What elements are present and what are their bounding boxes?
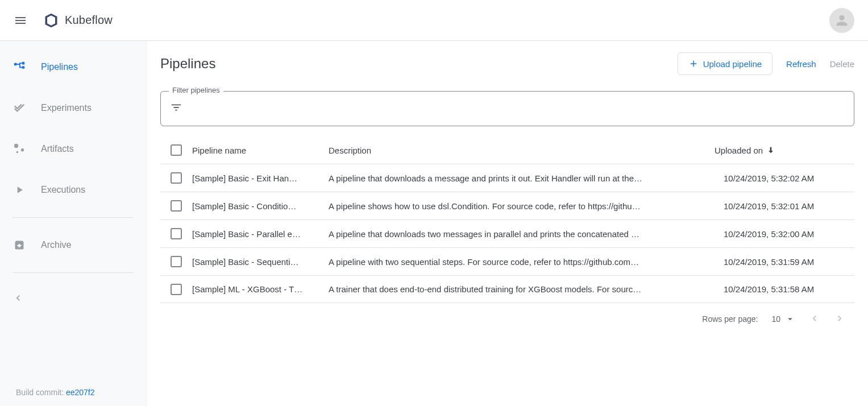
svg-rect-2 <box>22 66 25 69</box>
pipeline-name-cell[interactable]: [Sample] Basic - Parallel e… <box>192 229 329 239</box>
menu-button[interactable] <box>9 9 32 32</box>
table-body[interactable]: [Sample] Basic - Exit Han…A pipeline tha… <box>160 164 854 303</box>
refresh-button[interactable]: Refresh <box>786 59 816 69</box>
svg-rect-0 <box>14 63 17 66</box>
sidebar-item-executions[interactable]: Executions <box>0 176 146 204</box>
pipeline-desc-cell: A pipeline that downloads a message and … <box>329 173 724 183</box>
executions-icon <box>13 183 26 197</box>
svg-point-3 <box>14 144 18 148</box>
chevron-left-icon <box>13 292 24 304</box>
svg-point-5 <box>16 151 19 154</box>
dropdown-icon <box>785 314 795 324</box>
nav-divider <box>13 217 134 218</box>
rows-per-page-label: Rows per page: <box>702 314 758 324</box>
table-header: Pipeline name Description Uploaded on <box>160 136 854 164</box>
sidebar-item-experiments[interactable]: Experiments <box>0 94 146 122</box>
sidebar-item-artifacts[interactable]: Artifacts <box>0 135 146 163</box>
row-checkbox[interactable] <box>171 172 182 184</box>
filter-icon <box>170 101 182 116</box>
hamburger-icon <box>14 14 27 27</box>
sort-descending-icon <box>766 146 775 155</box>
toolbar: Pipelines Upload pipeline Refresh Delete <box>160 41 854 86</box>
filter-input[interactable] <box>189 104 845 114</box>
sidebar-item-label: Artifacts <box>41 144 74 154</box>
pipeline-name-cell[interactable]: [Sample] Basic - Conditio… <box>192 201 329 211</box>
logo[interactable]: Kubeflow <box>43 13 113 28</box>
filter-box[interactable]: Filter pipelines <box>160 91 854 126</box>
col-header-uploaded-label: Uploaded on <box>715 146 763 155</box>
chevron-left-icon <box>809 313 820 324</box>
rows-per-page-value: 10 <box>771 314 780 324</box>
pipeline-desc-cell: A pipeline that downloads two messages i… <box>329 229 724 239</box>
pipeline-date-cell: 10/24/2019, 5:31:58 AM <box>724 284 854 294</box>
select-all-checkbox[interactable] <box>171 144 182 156</box>
pipeline-desc-cell: A pipeline with two sequential steps. Fo… <box>329 257 724 267</box>
table-row[interactable]: [Sample] Basic - Sequenti…A pipeline wit… <box>160 247 854 275</box>
page-title: Pipelines <box>160 56 215 72</box>
pipelines-icon <box>13 60 26 74</box>
row-checkbox[interactable] <box>171 284 182 295</box>
next-page-button[interactable] <box>834 313 845 326</box>
sidebar-item-label: Executions <box>41 185 85 195</box>
build-commit-link[interactable]: ee207f2 <box>66 388 95 397</box>
sidebar-item-label: Archive <box>41 240 71 250</box>
row-checkbox[interactable] <box>171 256 182 267</box>
pipeline-name-cell[interactable]: [Sample] ML - XGBoost - T… <box>192 284 329 294</box>
nav-divider <box>13 272 134 273</box>
table-row[interactable]: [Sample] ML - XGBoost - T…A trainer that… <box>160 275 854 303</box>
build-commit: Build commit: ee207f2 <box>16 388 95 397</box>
pipeline-date-cell: 10/24/2019, 5:32:01 AM <box>724 201 854 211</box>
filter-label: Filter pipelines <box>169 86 223 94</box>
collapse-sidebar-button[interactable] <box>0 287 146 309</box>
svg-point-4 <box>21 148 24 152</box>
upload-pipeline-button[interactable]: Upload pipeline <box>678 52 773 75</box>
build-commit-prefix: Build commit: <box>16 388 66 397</box>
row-checkbox[interactable] <box>171 228 182 239</box>
user-avatar[interactable] <box>829 8 854 33</box>
row-checkbox[interactable] <box>171 200 182 212</box>
table-row[interactable]: [Sample] Basic - Parallel e…A pipeline t… <box>160 219 854 247</box>
col-header-uploaded[interactable]: Uploaded on <box>715 146 845 155</box>
chevron-right-icon <box>834 313 845 324</box>
main-content: Pipelines Upload pipeline Refresh Delete… <box>147 41 868 406</box>
pipeline-name-cell[interactable]: [Sample] Basic - Sequenti… <box>192 257 329 267</box>
header: Kubeflow <box>0 0 868 41</box>
app-name: Kubeflow <box>65 14 113 27</box>
delete-button: Delete <box>830 59 854 69</box>
col-header-description[interactable]: Description <box>329 146 715 155</box>
pipeline-name-cell[interactable]: [Sample] Basic - Exit Han… <box>192 173 329 183</box>
sidebar: Pipelines Experiments Artifacts Executio… <box>0 41 147 406</box>
pipelines-table: Pipeline name Description Uploaded on [S… <box>160 136 854 303</box>
pipeline-date-cell: 10/24/2019, 5:32:02 AM <box>724 173 854 183</box>
pipeline-desc-cell: A trainer that does end-to-end distribut… <box>329 284 724 294</box>
pipeline-date-cell: 10/24/2019, 5:31:59 AM <box>724 257 854 267</box>
table-row[interactable]: [Sample] Basic - Exit Han…A pipeline tha… <box>160 164 854 192</box>
pipeline-date-cell: 10/24/2019, 5:32:00 AM <box>724 229 854 239</box>
upload-label: Upload pipeline <box>703 59 762 69</box>
sidebar-item-archive[interactable]: Archive <box>0 231 146 259</box>
prev-page-button[interactable] <box>809 313 820 326</box>
archive-icon <box>13 238 26 252</box>
sidebar-item-label: Pipelines <box>41 62 78 72</box>
pagination: Rows per page: 10 <box>160 303 854 335</box>
person-icon <box>834 13 850 28</box>
kubeflow-logo-icon <box>43 13 59 28</box>
plus-icon <box>688 59 699 69</box>
sidebar-item-pipelines[interactable]: Pipelines <box>0 53 146 81</box>
col-header-name[interactable]: Pipeline name <box>192 146 329 155</box>
experiments-icon <box>13 101 26 115</box>
table-row[interactable]: [Sample] Basic - Conditio…A pipeline sho… <box>160 192 854 219</box>
artifacts-icon <box>13 142 26 156</box>
svg-rect-1 <box>22 62 25 65</box>
sidebar-item-label: Experiments <box>41 103 92 113</box>
rows-per-page-select[interactable]: 10 <box>771 314 795 324</box>
pipeline-desc-cell: A pipeline shows how to use dsl.Conditio… <box>329 201 724 211</box>
